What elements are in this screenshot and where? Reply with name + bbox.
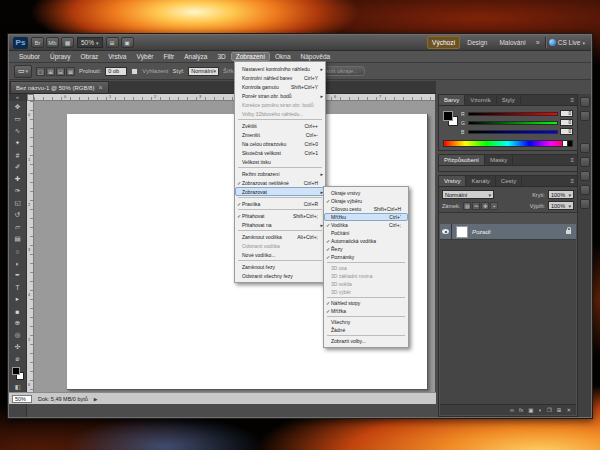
panel-menu-icon[interactable]: ≡ xyxy=(567,95,577,105)
menubar-item-vyber[interactable]: Výběr xyxy=(131,52,158,61)
show-submenu-item-3d-osa[interactable]: 3D osa xyxy=(324,264,408,272)
menubar-item-obraz[interactable]: Obraz xyxy=(76,52,104,61)
current-tool-button[interactable]: ▭ ▾ xyxy=(14,65,32,78)
view-menu-item-zobrazovat-netistene[interactable]: ✓Zobrazovat netištěnéCtrl+H xyxy=(235,178,325,187)
view-menu-item-zmensit[interactable]: ZmenšitCtrl+- xyxy=(235,130,325,139)
view-menu-item-pomer-stran-obr-bodu[interactable]: Poměr stran obr. bodů▸ xyxy=(235,91,325,100)
hand-tool-button[interactable]: ✣ xyxy=(9,341,26,353)
ruler-origin[interactable] xyxy=(27,94,34,101)
view-menu-item-nastaveni-kontrolniho-nahledu[interactable]: Nastavení kontrolního náhledu▸ xyxy=(235,64,325,73)
menubar-item-napoveda[interactable]: Nápověda xyxy=(296,52,336,61)
status-flyout-icon[interactable]: ▶ xyxy=(94,396,98,402)
channel-value-field[interactable]: 0 xyxy=(560,128,573,135)
view-menu-item-pritahovat[interactable]: ✓PřitahovatShift+Ctrl+; xyxy=(235,211,325,220)
menubar-item-vrstva[interactable]: Vrstva xyxy=(103,52,131,61)
adjustments-panel-tab-prizpusobeni[interactable]: Přizpůsobení xyxy=(439,155,485,165)
dock-panel-icon[interactable] xyxy=(580,111,590,121)
workspace-vychozi[interactable]: Výchozí xyxy=(427,36,460,49)
show-submenu-item-vsechny[interactable]: Všechny xyxy=(324,318,408,326)
show-submenu-item-3d-vyber[interactable]: 3D výběr xyxy=(324,288,408,296)
spectrum-black-swatch[interactable] xyxy=(567,141,572,146)
dock-panel-icon[interactable] xyxy=(580,171,590,181)
clone-stamp-tool-button[interactable]: ◱ xyxy=(9,197,26,209)
arrange-documents-icon[interactable]: ⊞ xyxy=(106,37,119,48)
vertical-ruler[interactable]: 0123456 xyxy=(27,101,34,392)
gradient-tool-button[interactable]: ▤ xyxy=(9,233,26,245)
visibility-toggle[interactable] xyxy=(440,224,452,240)
new-selection-icon[interactable]: ▢ xyxy=(36,67,45,76)
status-zoom-field[interactable]: 50% xyxy=(12,395,32,403)
adjustments-panel-tab-masky[interactable]: Masky xyxy=(485,155,513,165)
view-menu-item-velikost-tisku[interactable]: Velikost tisku xyxy=(235,157,325,166)
show-submenu-item-okraje-vrstvy[interactable]: Okraje vrstvy xyxy=(324,189,408,197)
color-panel-tab-barvy[interactable]: Barvy xyxy=(439,95,465,105)
launch-mini-bridge-icon[interactable]: Mb xyxy=(46,37,59,48)
view-menu-item-zamknout-rezy[interactable]: Zamknout řezy xyxy=(235,262,325,271)
zoom-tool-button[interactable]: ⌀ xyxy=(9,353,26,365)
dock-panel-icon[interactable] xyxy=(580,143,590,153)
lock-transparency-icon[interactable]: ▨ xyxy=(463,202,471,210)
foreground-color-swatch[interactable] xyxy=(12,367,20,375)
menubar-item-soubor[interactable]: Soubor xyxy=(14,52,45,61)
path-selection-tool-button[interactable]: ▸ xyxy=(9,293,26,305)
add-mask-icon[interactable]: ▣ xyxy=(528,407,533,413)
quick-mask-icon[interactable]: ◧ xyxy=(9,382,26,391)
shape-tool-button[interactable]: ■ xyxy=(9,305,26,317)
menubar-item-zobrazeni[interactable]: Zobrazení xyxy=(231,52,270,61)
show-submenu-item-rezy[interactable]: ✓Řezy xyxy=(324,245,408,253)
view-menu-item-skutecna-velikost[interactable]: Skutečná velikostCtrl+1 xyxy=(235,148,325,157)
show-submenu-item-automaticka-voditka[interactable]: ✓Automatická vodítka xyxy=(324,237,408,245)
opacity-field[interactable]: 100% ▾ xyxy=(548,190,574,199)
view-menu-item-na-celou-obrazovku[interactable]: Na celou obrazovkuCtrl+0 xyxy=(235,139,325,148)
menubar-item-okna[interactable]: Okna xyxy=(270,52,296,61)
channel-value-field[interactable]: 0 xyxy=(560,110,573,117)
dock-panel-icon[interactable] xyxy=(580,185,590,195)
menubar-item-3d[interactable]: 3D xyxy=(212,52,230,61)
collapse-tools-icon[interactable]: « xyxy=(9,94,26,101)
intersect-selection-icon[interactable]: ⊠ xyxy=(66,67,75,76)
channel-value-field[interactable]: 0 xyxy=(560,119,573,126)
history-brush-tool-button[interactable]: ↺ xyxy=(9,209,26,221)
link-layers-icon[interactable]: ∞ xyxy=(510,407,514,413)
show-submenu-item-poznamky[interactable]: ✓Poznámky xyxy=(324,253,408,261)
color-spectrum-ramp[interactable] xyxy=(443,140,573,147)
new-layer-icon[interactable]: ⊞ xyxy=(557,407,562,413)
healing-brush-tool-button[interactable]: ✚ xyxy=(9,173,26,185)
view-menu-item-zamknout-voditka[interactable]: Zamknout vodítkaAlt+Ctrl+; xyxy=(235,232,325,241)
show-submenu-item-nahled-stopy[interactable]: ✓Náhled stopy xyxy=(324,299,408,307)
lock-all-icon[interactable]: ▪ xyxy=(490,202,498,210)
view-menu-item-volby-32bitoveho-nahledu[interactable]: Volby 32bitového náhledu... xyxy=(235,109,325,118)
view-menu-item-pritahovat-na[interactable]: Přitahovat na▸ xyxy=(235,220,325,229)
show-submenu-item-pocitani[interactable]: Počítání xyxy=(324,229,408,237)
panel-color-swatches[interactable] xyxy=(443,111,457,125)
lock-position-icon[interactable]: ✥ xyxy=(481,202,489,210)
workspace-design[interactable]: Design xyxy=(462,36,492,49)
view-menu-item-zvetsit[interactable]: ZvětšitCtrl++ xyxy=(235,121,325,130)
color-slider-g[interactable] xyxy=(468,121,558,125)
view-menu-item-odstranit-voditka[interactable]: Odstranit vodítka xyxy=(235,241,325,250)
dock-panel-icon[interactable] xyxy=(580,199,590,209)
show-submenu-item-3d-svetla[interactable]: 3D světla xyxy=(324,280,408,288)
3d-orbit-tool-button[interactable]: ◎ xyxy=(9,329,26,341)
menubar-item-filtr[interactable]: Filtr xyxy=(158,52,179,61)
color-panel-tab-styly[interactable]: Styly xyxy=(497,95,521,105)
add-to-selection-icon[interactable]: ⊞ xyxy=(46,67,55,76)
view-menu-item-nove-voditko[interactable]: Nové vodítko... xyxy=(235,250,325,259)
view-menu-item-zobrazovat[interactable]: Zobrazovat▸ xyxy=(235,187,325,196)
color-slider-b[interactable] xyxy=(468,130,558,134)
type-tool-button[interactable]: T xyxy=(9,281,26,293)
marquee-tool-button[interactable]: ▭ xyxy=(9,113,26,125)
layer-row[interactable]: Pozadí xyxy=(440,224,576,240)
blend-mode-select[interactable]: Normální ▾ xyxy=(442,190,494,199)
move-tool-button[interactable]: ✥ xyxy=(9,101,26,113)
antialias-checkbox[interactable] xyxy=(131,68,138,75)
layers-panel-tab-kanaly[interactable]: Kanály xyxy=(466,176,495,186)
brush-tool-button[interactable]: ✑ xyxy=(9,185,26,197)
lock-pixels-icon[interactable]: ✑ xyxy=(472,202,480,210)
view-menu-item-korekce-pomeru-stran-obr-bodu[interactable]: Korekce poměru stran obr. bodů xyxy=(235,100,325,109)
layer-style-icon[interactable]: fx xyxy=(519,407,523,413)
color-panel-tab-vzornik[interactable]: Vzorník xyxy=(465,95,496,105)
3d-rotate-tool-button[interactable]: ⊕ xyxy=(9,317,26,329)
pen-tool-button[interactable]: ✒ xyxy=(9,269,26,281)
cs-live-button[interactable]: CS Live ▾ xyxy=(549,39,587,46)
